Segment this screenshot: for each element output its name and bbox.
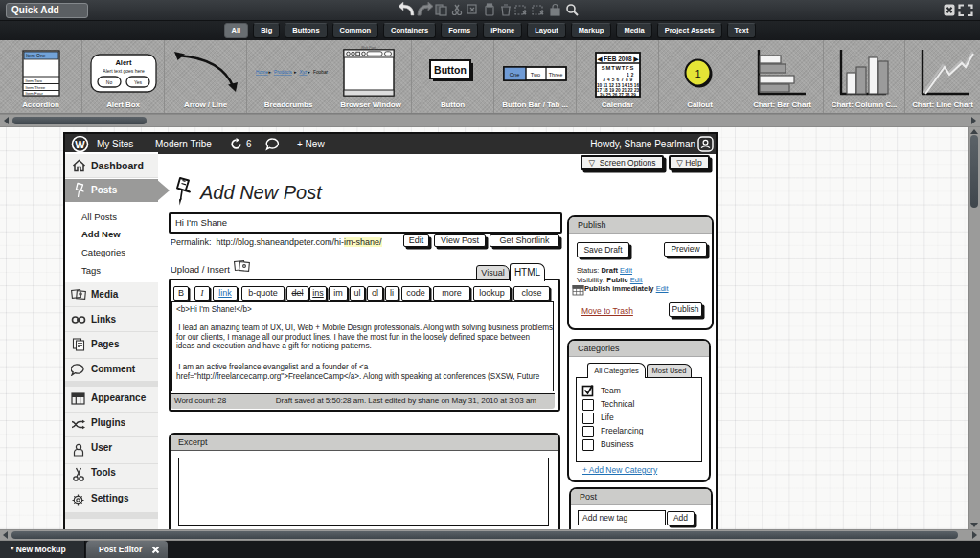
svg-text:Button: Button — [434, 64, 467, 76]
svg-text:Xyz: Xyz — [300, 70, 308, 75]
svg-text:Item Four: Item Four — [26, 91, 44, 96]
svg-text:3 4 5 6 7 8 9: 3 4 5 6 7 8 9 — [603, 78, 632, 82]
svg-text:◀ FEB 2008 ▶: ◀ FEB 2008 ▶ — [597, 56, 640, 63]
svg-text:▸: ▸ — [294, 70, 297, 75]
svg-text:1: 1 — [695, 68, 700, 79]
svg-text:Three: Three — [549, 72, 563, 78]
svg-text:Item Three: Item Three — [26, 85, 46, 90]
svg-text:▸: ▸ — [269, 70, 272, 75]
svg-text:Alert text goes here: Alert text goes here — [103, 68, 145, 74]
svg-text:Item Two: Item Two — [26, 78, 43, 83]
svg-text:W: W — [75, 139, 85, 150]
svg-text:24 25 26 27 28 29: 24 25 26 27 28 29 — [600, 93, 636, 98]
svg-text:One: One — [510, 72, 520, 78]
svg-text:Two: Two — [531, 72, 540, 78]
svg-text:▸: ▸ — [308, 70, 311, 75]
svg-text:1 2: 1 2 — [627, 73, 634, 78]
svg-text:Alert: Alert — [115, 58, 132, 67]
svg-text:No: No — [106, 79, 113, 85]
svg-text:SMTWTFS: SMTWTFS — [602, 65, 634, 71]
svg-text:Web Page: Web Page — [361, 46, 376, 50]
svg-text:Products: Products — [274, 70, 293, 75]
svg-text:Item One: Item One — [26, 53, 46, 58]
svg-text:Yes: Yes — [134, 79, 143, 85]
svg-text:Foobar: Foobar — [313, 70, 329, 75]
svg-text:Home: Home — [256, 70, 268, 75]
